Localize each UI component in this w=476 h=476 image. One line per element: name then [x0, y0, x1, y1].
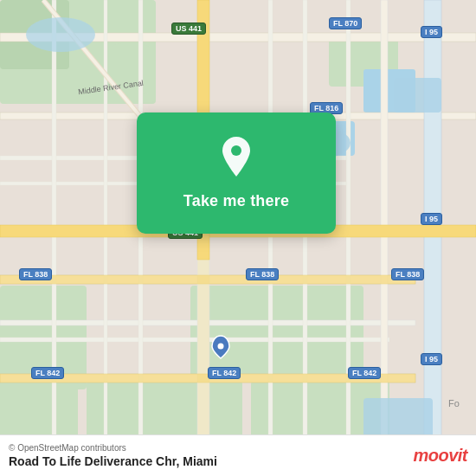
svg-rect-38	[394, 78, 441, 113]
shield-i95-top: I 95	[421, 26, 442, 38]
location-name: Road To Life Deliverance Chr, Miami	[9, 454, 217, 468]
moovit-logo-text: moovit	[413, 446, 467, 466]
shield-fl838-right: FL 838	[391, 268, 424, 280]
svg-rect-28	[303, 0, 307, 476]
svg-rect-20	[0, 338, 389, 342]
shield-i95-bot: I 95	[421, 353, 442, 365]
action-card[interactable]: Take me there	[137, 113, 336, 234]
shield-fl870: FL 870	[329, 17, 362, 29]
svg-rect-26	[138, 0, 143, 476]
shield-us441-top: US 441	[171, 23, 206, 35]
bottom-bar: © OpenStreetMap contributors Road To Lif…	[0, 434, 476, 476]
map-svg: Fo	[0, 0, 476, 476]
svg-text:Fo: Fo	[448, 398, 460, 408]
shield-fl842-left: FL 842	[31, 367, 64, 379]
svg-point-43	[231, 145, 241, 156]
svg-rect-27	[268, 0, 273, 476]
take-me-there-button[interactable]: Take me there	[183, 192, 289, 210]
svg-rect-29	[346, 0, 351, 476]
map-container: Fo US 441 FL 870 FL 816 I 95 I 95 FL 838…	[0, 0, 476, 476]
shield-fl842-mid: FL 842	[208, 367, 241, 379]
shield-fl842-right: FL 842	[348, 367, 381, 379]
shield-i95-mid: I 95	[421, 213, 442, 225]
location-pin-icon	[217, 137, 255, 183]
osm-attribution: © OpenStreetMap contributors	[9, 443, 217, 453]
svg-point-36	[26, 17, 95, 52]
shield-fl838-mid: FL 838	[246, 268, 279, 280]
svg-rect-24	[52, 0, 56, 476]
svg-point-41	[218, 344, 224, 350]
shield-fl838-left: FL 838	[19, 268, 52, 280]
moovit-logo: moovit	[413, 446, 467, 466]
svg-rect-32	[0, 275, 415, 284]
bottom-bar-left: © OpenStreetMap contributors Road To Lif…	[9, 443, 217, 468]
